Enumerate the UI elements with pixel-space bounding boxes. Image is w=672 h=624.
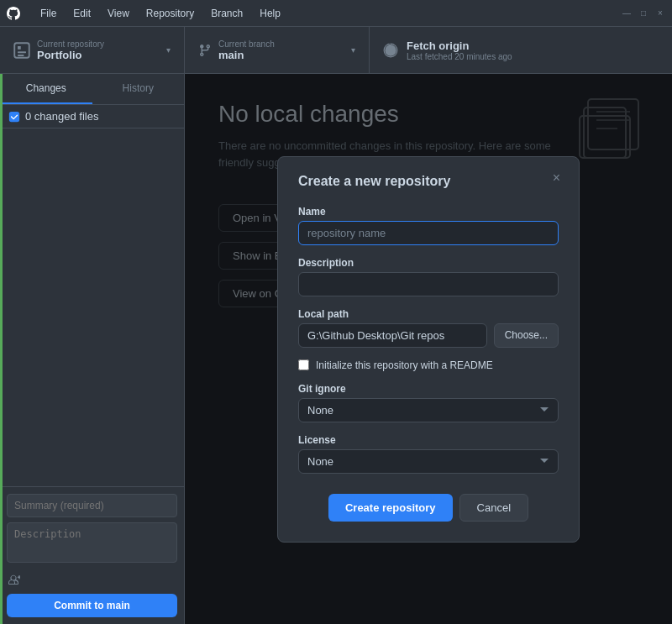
fetch-title: Fetch origin	[407, 39, 512, 52]
branch-info: Current branch main	[218, 39, 275, 61]
local-path-label: Local path	[298, 308, 559, 320]
gitignore-label: Git ignore	[298, 383, 559, 395]
main-layout: Changes History 0 changed files Commit t…	[0, 74, 672, 624]
local-path-group: Local path Choose...	[298, 308, 559, 348]
minimize-button[interactable]: —	[622, 8, 632, 18]
app-logo	[7, 7, 20, 20]
svg-rect-3	[18, 55, 24, 56]
coauthor-icon	[7, 574, 20, 587]
changed-files-bar: 0 changed files	[0, 105, 184, 128]
branch-chevron-icon: ▾	[351, 45, 355, 55]
cancel-button[interactable]: Cancel	[459, 494, 528, 522]
repo-bar: Current repository Portfolio ▾ Current b…	[0, 27, 672, 74]
license-label: License	[298, 434, 559, 446]
description-input[interactable]	[298, 272, 559, 296]
readme-checkbox-row: Initialize this repository with a README	[298, 359, 559, 371]
menu-edit[interactable]: Edit	[66, 6, 97, 21]
description-area[interactable]	[7, 522, 177, 563]
local-path-input[interactable]	[298, 323, 487, 348]
gitignore-select[interactable]: None	[298, 398, 559, 422]
name-field-group: Name	[298, 206, 559, 245]
current-repo-section[interactable]: Current repository Portfolio ▾	[0, 27, 185, 73]
description-field-group: Description	[298, 257, 559, 296]
modal-overlay: Create a new repository × Name Descripti…	[185, 74, 672, 624]
sidebar-tabs: Changes History	[0, 74, 184, 105]
commit-button[interactable]: Commit to main	[7, 594, 177, 617]
gitignore-group: Git ignore None	[298, 383, 559, 422]
repo-value: Portfolio	[37, 49, 104, 61]
coauthor-row	[7, 570, 177, 590]
license-group: License None	[298, 434, 559, 474]
svg-rect-2	[18, 51, 26, 53]
window-controls: — □ ×	[622, 8, 665, 18]
create-repository-button[interactable]: Create repository	[328, 494, 453, 522]
maximize-button[interactable]: □	[638, 8, 648, 18]
repo-chevron-icon: ▾	[166, 45, 171, 55]
repo-label: Current repository	[37, 39, 104, 49]
create-repo-modal: Create a new repository × Name Descripti…	[277, 156, 580, 543]
green-indicator	[0, 74, 3, 624]
main-content: No local changes There are no uncommitte…	[185, 74, 672, 624]
modal-actions: Create repository Cancel	[298, 494, 559, 522]
sidebar-bottom: Commit to main	[0, 486, 184, 624]
readme-checkbox-label: Initialize this repository with a README	[316, 359, 493, 371]
svg-rect-4	[9, 111, 19, 121]
repo-info: Current repository Portfolio	[37, 39, 104, 61]
menu-items: File Edit View Repository Branch Help	[34, 6, 287, 21]
fetch-info: Fetch origin Last fetched 20 minutes ago	[407, 39, 512, 61]
menu-file[interactable]: File	[34, 6, 63, 21]
local-path-row: Choose...	[298, 323, 559, 348]
menu-help[interactable]: Help	[253, 6, 287, 21]
name-label: Name	[298, 206, 559, 218]
sidebar: Changes History 0 changed files Commit t…	[0, 74, 185, 624]
repo-icon	[13, 42, 30, 59]
top-menu-bar: File Edit View Repository Branch Help — …	[0, 0, 672, 27]
tab-history[interactable]: History	[92, 74, 185, 104]
branch-icon	[198, 44, 212, 57]
summary-input[interactable]	[7, 494, 177, 517]
svg-rect-1	[18, 46, 21, 50]
menu-view[interactable]: View	[101, 6, 136, 21]
fetch-section[interactable]: Fetch origin Last fetched 20 minutes ago	[370, 27, 526, 73]
choose-button[interactable]: Choose...	[494, 323, 559, 348]
changed-files-count: 0 changed files	[25, 110, 98, 123]
checkbox-icon	[8, 111, 20, 123]
current-branch-section[interactable]: Current branch main ▾	[185, 27, 370, 73]
tab-changes[interactable]: Changes	[0, 74, 92, 104]
fetch-sub: Last fetched 20 minutes ago	[407, 52, 512, 61]
name-input[interactable]	[298, 221, 559, 245]
modal-close-button[interactable]: ×	[548, 169, 565, 187]
fetch-icon	[383, 43, 398, 58]
sidebar-content	[0, 128, 184, 486]
readme-checkbox[interactable]	[298, 359, 309, 370]
branch-label: Current branch	[218, 39, 275, 49]
menu-repository[interactable]: Repository	[139, 6, 201, 21]
modal-title: Create a new repository	[298, 174, 559, 189]
menu-branch[interactable]: Branch	[204, 6, 249, 21]
close-button[interactable]: ×	[655, 8, 665, 18]
branch-value: main	[218, 49, 275, 61]
description-label: Description	[298, 257, 559, 269]
license-select[interactable]: None	[298, 449, 559, 474]
